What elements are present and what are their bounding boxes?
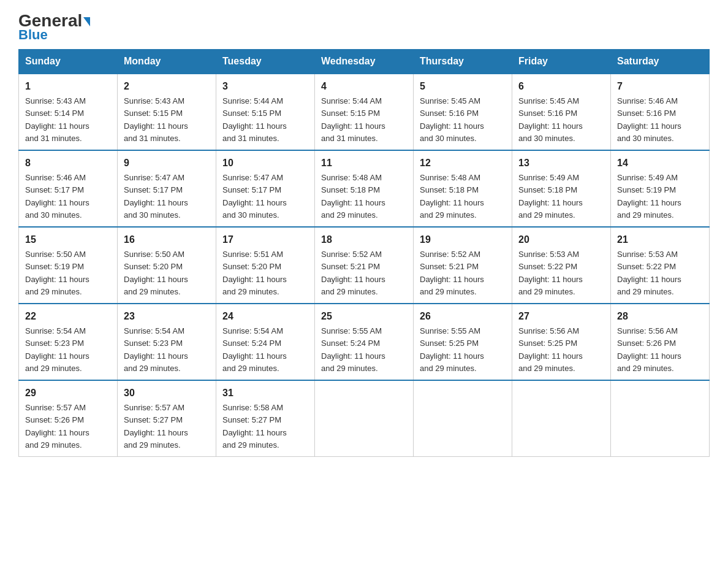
day-info: Sunrise: 5:43 AM Sunset: 5:15 PM Dayligh… (124, 96, 188, 143)
day-cell: 27Sunrise: 5:56 AM Sunset: 5:25 PM Dayli… (512, 304, 611, 380)
day-number: 16 (124, 232, 210, 247)
page-header: General Blue (18, 12, 710, 43)
day-number: 15 (25, 232, 111, 247)
day-cell: 12Sunrise: 5:48 AM Sunset: 5:18 PM Dayli… (414, 150, 512, 227)
day-number: 8 (25, 156, 111, 170)
day-number: 10 (222, 156, 308, 170)
day-cell: 1Sunrise: 5:43 AM Sunset: 5:14 PM Daylig… (19, 74, 118, 150)
day-number: 7 (617, 79, 703, 94)
day-cell (315, 380, 414, 457)
day-cell: 2Sunrise: 5:43 AM Sunset: 5:15 PM Daylig… (118, 74, 216, 150)
day-cell: 28Sunrise: 5:56 AM Sunset: 5:26 PM Dayli… (611, 304, 710, 380)
day-number: 5 (420, 79, 506, 94)
day-number: 27 (518, 309, 604, 324)
day-number: 25 (321, 309, 407, 324)
day-info: Sunrise: 5:44 AM Sunset: 5:15 PM Dayligh… (222, 96, 287, 143)
day-cell: 14Sunrise: 5:49 AM Sunset: 5:19 PM Dayli… (611, 150, 710, 227)
week-row-1: 1Sunrise: 5:43 AM Sunset: 5:14 PM Daylig… (19, 74, 710, 150)
day-info: Sunrise: 5:57 AM Sunset: 5:27 PM Dayligh… (124, 403, 188, 450)
day-cell: 11Sunrise: 5:48 AM Sunset: 5:18 PM Dayli… (315, 150, 414, 227)
day-cell: 10Sunrise: 5:47 AM Sunset: 5:17 PM Dayli… (216, 150, 315, 227)
day-info: Sunrise: 5:48 AM Sunset: 5:18 PM Dayligh… (420, 173, 484, 220)
day-number: 6 (518, 79, 604, 94)
logo: General Blue (18, 12, 90, 43)
day-cell: 3Sunrise: 5:44 AM Sunset: 5:15 PM Daylig… (216, 74, 315, 150)
weekday-header-friday: Friday (512, 50, 611, 74)
day-info: Sunrise: 5:52 AM Sunset: 5:21 PM Dayligh… (321, 250, 385, 296)
day-cell: 15Sunrise: 5:50 AM Sunset: 5:19 PM Dayli… (19, 227, 118, 304)
day-info: Sunrise: 5:45 AM Sunset: 5:16 PM Dayligh… (420, 96, 484, 143)
week-row-5: 29Sunrise: 5:57 AM Sunset: 5:26 PM Dayli… (19, 380, 710, 457)
day-cell: 4Sunrise: 5:44 AM Sunset: 5:15 PM Daylig… (315, 74, 414, 150)
day-cell: 21Sunrise: 5:53 AM Sunset: 5:22 PM Dayli… (611, 227, 710, 304)
logo-blue: Blue (18, 27, 48, 43)
day-number: 13 (518, 156, 604, 170)
day-info: Sunrise: 5:46 AM Sunset: 5:17 PM Dayligh… (25, 173, 89, 220)
day-info: Sunrise: 5:51 AM Sunset: 5:20 PM Dayligh… (222, 250, 287, 296)
day-number: 3 (222, 79, 308, 94)
calendar-table: SundayMondayTuesdayWednesdayThursdayFrid… (18, 49, 710, 457)
day-cell: 13Sunrise: 5:49 AM Sunset: 5:18 PM Dayli… (512, 150, 611, 227)
day-info: Sunrise: 5:45 AM Sunset: 5:16 PM Dayligh… (518, 96, 583, 143)
day-cell: 19Sunrise: 5:52 AM Sunset: 5:21 PM Dayli… (414, 227, 512, 304)
day-info: Sunrise: 5:55 AM Sunset: 5:25 PM Dayligh… (420, 326, 484, 373)
weekday-header-monday: Monday (118, 50, 216, 74)
day-info: Sunrise: 5:46 AM Sunset: 5:16 PM Dayligh… (617, 96, 681, 143)
day-number: 19 (420, 232, 506, 247)
week-row-4: 22Sunrise: 5:54 AM Sunset: 5:23 PM Dayli… (19, 304, 710, 380)
week-row-3: 15Sunrise: 5:50 AM Sunset: 5:19 PM Dayli… (19, 227, 710, 304)
day-number: 29 (25, 386, 111, 400)
day-cell: 6Sunrise: 5:45 AM Sunset: 5:16 PM Daylig… (512, 74, 611, 150)
day-info: Sunrise: 5:44 AM Sunset: 5:15 PM Dayligh… (321, 96, 385, 143)
day-cell: 20Sunrise: 5:53 AM Sunset: 5:22 PM Dayli… (512, 227, 611, 304)
day-number: 14 (617, 156, 703, 170)
day-number: 21 (617, 232, 703, 247)
day-info: Sunrise: 5:58 AM Sunset: 5:27 PM Dayligh… (222, 403, 287, 450)
day-number: 31 (222, 386, 308, 400)
day-cell: 30Sunrise: 5:57 AM Sunset: 5:27 PM Dayli… (118, 380, 216, 457)
day-number: 22 (25, 309, 111, 324)
day-info: Sunrise: 5:47 AM Sunset: 5:17 PM Dayligh… (124, 173, 188, 220)
day-cell: 16Sunrise: 5:50 AM Sunset: 5:20 PM Dayli… (118, 227, 216, 304)
day-info: Sunrise: 5:52 AM Sunset: 5:21 PM Dayligh… (420, 250, 484, 296)
day-number: 1 (25, 79, 111, 94)
day-info: Sunrise: 5:54 AM Sunset: 5:24 PM Dayligh… (222, 326, 287, 373)
weekday-header-wednesday: Wednesday (315, 50, 414, 74)
day-info: Sunrise: 5:57 AM Sunset: 5:26 PM Dayligh… (25, 403, 89, 450)
day-cell (414, 380, 512, 457)
day-info: Sunrise: 5:56 AM Sunset: 5:25 PM Dayligh… (518, 326, 583, 373)
day-info: Sunrise: 5:47 AM Sunset: 5:17 PM Dayligh… (222, 173, 287, 220)
day-cell: 29Sunrise: 5:57 AM Sunset: 5:26 PM Dayli… (19, 380, 118, 457)
day-number: 4 (321, 79, 407, 94)
day-cell: 26Sunrise: 5:55 AM Sunset: 5:25 PM Dayli… (414, 304, 512, 380)
day-cell: 7Sunrise: 5:46 AM Sunset: 5:16 PM Daylig… (611, 74, 710, 150)
day-number: 9 (124, 156, 210, 170)
day-info: Sunrise: 5:49 AM Sunset: 5:19 PM Dayligh… (617, 173, 681, 220)
day-info: Sunrise: 5:50 AM Sunset: 5:19 PM Dayligh… (25, 250, 89, 296)
day-info: Sunrise: 5:56 AM Sunset: 5:26 PM Dayligh… (617, 326, 681, 373)
day-info: Sunrise: 5:48 AM Sunset: 5:18 PM Dayligh… (321, 173, 385, 220)
day-cell: 18Sunrise: 5:52 AM Sunset: 5:21 PM Dayli… (315, 227, 414, 304)
day-cell: 8Sunrise: 5:46 AM Sunset: 5:17 PM Daylig… (19, 150, 118, 227)
day-cell: 22Sunrise: 5:54 AM Sunset: 5:23 PM Dayli… (19, 304, 118, 380)
day-cell: 5Sunrise: 5:45 AM Sunset: 5:16 PM Daylig… (414, 74, 512, 150)
weekday-header-sunday: Sunday (19, 50, 118, 74)
day-info: Sunrise: 5:49 AM Sunset: 5:18 PM Dayligh… (518, 173, 583, 220)
day-info: Sunrise: 5:54 AM Sunset: 5:23 PM Dayligh… (124, 326, 188, 373)
day-info: Sunrise: 5:53 AM Sunset: 5:22 PM Dayligh… (518, 250, 583, 296)
day-number: 24 (222, 309, 308, 324)
weekday-header-row: SundayMondayTuesdayWednesdayThursdayFrid… (19, 50, 710, 74)
day-number: 11 (321, 156, 407, 170)
day-number: 2 (124, 79, 210, 94)
day-cell: 23Sunrise: 5:54 AM Sunset: 5:23 PM Dayli… (118, 304, 216, 380)
weekday-header-saturday: Saturday (611, 50, 710, 74)
day-info: Sunrise: 5:43 AM Sunset: 5:14 PM Dayligh… (25, 96, 89, 143)
day-info: Sunrise: 5:50 AM Sunset: 5:20 PM Dayligh… (124, 250, 188, 296)
day-number: 23 (124, 309, 210, 324)
day-info: Sunrise: 5:53 AM Sunset: 5:22 PM Dayligh… (617, 250, 681, 296)
day-number: 26 (420, 309, 506, 324)
day-cell: 24Sunrise: 5:54 AM Sunset: 5:24 PM Dayli… (216, 304, 315, 380)
day-number: 20 (518, 232, 604, 247)
weekday-header-tuesday: Tuesday (216, 50, 315, 74)
day-number: 12 (420, 156, 506, 170)
